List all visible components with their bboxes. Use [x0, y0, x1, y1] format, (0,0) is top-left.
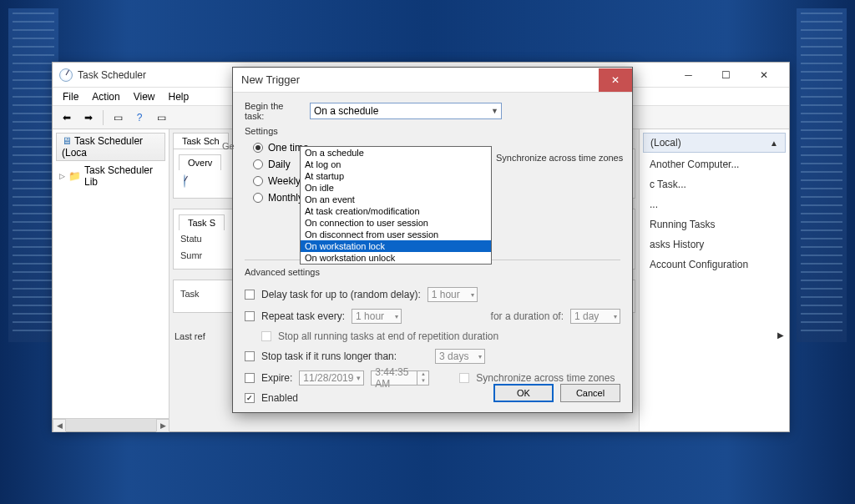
new-trigger-dialog: New Trigger ✕ Ge Begin the task: On a sc… — [232, 67, 633, 413]
repeat-row: Repeat task every: 1 hour▾ for a duratio… — [245, 305, 620, 327]
expand-icon[interactable]: ▷ — [59, 172, 65, 180]
chevron-down-icon: ▾ — [478, 353, 482, 360]
repeat-combo[interactable]: 1 hour▾ — [352, 309, 402, 324]
collapse-icon[interactable]: ▲ — [770, 139, 778, 148]
delay-value: 1 hour — [432, 289, 460, 300]
begin-task-dropdown: On a scheduleAt log onAt startupOn idleO… — [300, 146, 492, 265]
tab-overview[interactable]: Overv — [179, 154, 221, 170]
action-ellipsis[interactable]: ... — [643, 194, 786, 214]
radio-icon — [253, 159, 263, 169]
tree-item-label: Task Scheduler Lib — [84, 164, 162, 188]
action-connect[interactable]: Another Computer... — [643, 154, 786, 174]
dropdown-option-0[interactable]: On a schedule — [301, 147, 491, 159]
spinner-up-icon[interactable]: ▲ — [417, 371, 428, 378]
spinner-down-icon[interactable]: ▼ — [417, 378, 428, 385]
dropdown-option-4[interactable]: On an event — [301, 194, 491, 205]
dropdown-option-3[interactable]: On idle — [301, 182, 491, 194]
action-running-tasks[interactable]: Running Tasks — [643, 214, 786, 234]
menu-help[interactable]: Help — [162, 89, 196, 104]
expire-label: Expire: — [261, 372, 292, 384]
radio-label: Weekly — [268, 175, 301, 187]
toolbar-btn-1[interactable]: ▭ — [109, 108, 127, 127]
duration-label: for a duration of: — [491, 310, 564, 322]
help-icon[interactable]: ? — [130, 108, 149, 127]
dialog-titlebar[interactable]: New Trigger ✕ — [233, 68, 632, 93]
folder-icon: 📁 — [68, 170, 81, 182]
dialog-body: Ge Begin the task: On a schedule ▼ Setti… — [233, 93, 632, 416]
scrollbar-horizontal[interactable]: ◀ ▶ — [53, 418, 169, 431]
dropdown-option-8[interactable]: On workstation lock — [301, 240, 491, 252]
action-account-config[interactable]: Account Configuration — [643, 255, 786, 275]
radio-label: Daily — [268, 159, 291, 170]
delay-combo[interactable]: 1 hour▾ — [428, 287, 478, 302]
cancel-button[interactable]: Cancel — [560, 384, 620, 402]
delay-row: Delay task for up to (random delay): 1 h… — [245, 284, 620, 305]
stop-if-checkbox[interactable] — [245, 351, 255, 361]
tab-summary[interactable]: Task Sch — [173, 133, 229, 149]
chevron-down-icon: ▾ — [614, 313, 617, 320]
menu-file[interactable]: File — [56, 89, 85, 104]
clock-icon — [184, 174, 185, 188]
repeat-label: Repeat task every: — [261, 310, 345, 322]
expire-checkbox[interactable] — [245, 373, 255, 383]
menu-action[interactable]: Action — [85, 89, 126, 104]
stop-if-label: Stop task if it runs longer than: — [261, 350, 397, 362]
minimize-button[interactable]: ─ — [670, 63, 707, 87]
dialog-buttons: OK Cancel — [493, 384, 620, 402]
menu-view[interactable]: View — [127, 89, 162, 104]
dropdown-option-2[interactable]: At startup — [301, 170, 491, 182]
settings-label: Settings — [245, 126, 620, 136]
dropdown-option-1[interactable]: At log on — [301, 159, 491, 170]
desktop-bg-left — [8, 8, 58, 342]
enabled-checkbox[interactable] — [245, 393, 255, 403]
repeat-checkbox[interactable] — [245, 311, 255, 321]
computer-icon: 🖥 — [62, 135, 72, 147]
chevron-down-icon: ▼ — [491, 107, 498, 115]
scroll-left-icon[interactable]: ◀ — [53, 419, 66, 432]
sync-timezone-label: Synchronize across time zones — [496, 153, 623, 163]
dropdown-option-5[interactable]: At task creation/modification — [301, 205, 491, 217]
expire-time-input[interactable]: 3:44:35 AM ▲▼ — [371, 370, 429, 386]
dropdown-option-7[interactable]: On disconnect from user session — [301, 229, 491, 240]
expire-date-input[interactable]: 11/28/2019▾ — [299, 370, 364, 386]
action-create-task[interactable]: c Task... — [643, 174, 786, 194]
actions-header-text: (Local) — [650, 137, 770, 149]
scroll-track[interactable] — [66, 419, 156, 431]
dialog-title: New Trigger — [241, 73, 599, 86]
submenu-arrow-icon: ▶ — [777, 330, 784, 340]
dropdown-option-6[interactable]: On connection to user session — [301, 217, 491, 229]
tree-header[interactable]: 🖥 Task Scheduler (Loca — [56, 133, 165, 161]
stop-all-row: Stop all running tasks at end of repetit… — [245, 327, 620, 345]
app-icon — [59, 68, 73, 82]
expire-date-value: 11/28/2019 — [303, 372, 353, 384]
delay-checkbox[interactable] — [245, 290, 255, 300]
radio-icon — [253, 176, 263, 186]
sync2-label: Synchronize across time zones — [476, 372, 615, 384]
tree-item-library[interactable]: ▷ 📁 Task Scheduler Lib — [56, 163, 165, 189]
begin-task-label: Begin the task: — [245, 101, 303, 121]
dropdown-option-9[interactable]: On workstation unlock — [301, 252, 491, 264]
back-button[interactable]: ⬅ — [58, 108, 76, 127]
toolbar-btn-2[interactable]: ▭ — [152, 108, 170, 127]
ok-button[interactable]: OK — [493, 384, 554, 402]
close-button[interactable]: ✕ — [745, 63, 782, 87]
action-history[interactable]: asks History — [643, 234, 786, 255]
ge-label: Ge — [222, 141, 235, 151]
separator — [103, 110, 104, 125]
duration-combo[interactable]: 1 day▾ — [570, 309, 620, 324]
repeat-value: 1 hour — [356, 310, 384, 322]
sync2-checkbox[interactable] — [459, 373, 469, 383]
time-spinner[interactable]: ▲▼ — [417, 371, 428, 385]
stop-all-label: Stop all running tasks at end of repetit… — [278, 330, 498, 342]
forward-button[interactable]: ➡ — [79, 108, 98, 127]
tab-task-status[interactable]: Task S — [179, 214, 225, 230]
chevron-down-icon: ▾ — [471, 291, 474, 299]
radio-label: Monthly — [268, 192, 303, 204]
begin-task-combo[interactable]: On a schedule ▼ — [310, 103, 502, 119]
scroll-right-icon[interactable]: ▶ — [156, 419, 169, 432]
stop-all-checkbox[interactable] — [261, 331, 271, 341]
stop-if-combo[interactable]: 3 days▾ — [435, 349, 485, 364]
window-controls: ─ ☐ ✕ — [670, 63, 782, 87]
maximize-button[interactable]: ☐ — [707, 63, 745, 87]
dialog-close-button[interactable]: ✕ — [599, 68, 632, 92]
